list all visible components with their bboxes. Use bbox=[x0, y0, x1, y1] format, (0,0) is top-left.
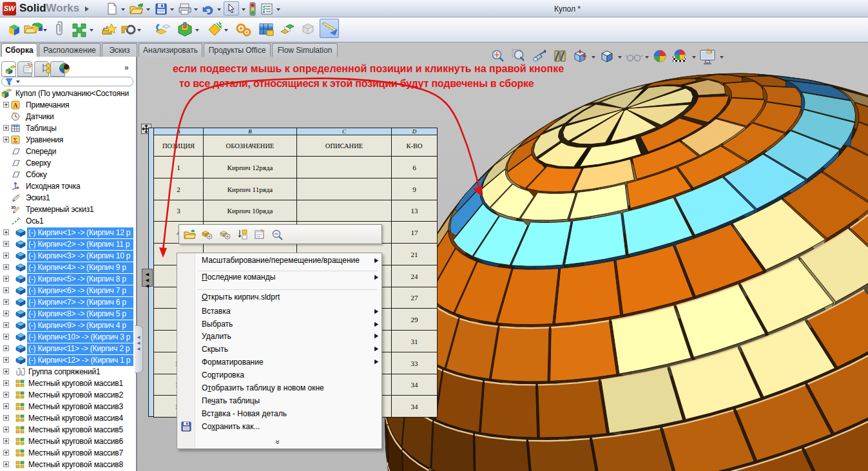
svg-text:Σ: Σ bbox=[14, 137, 18, 144]
svg-text:A: A bbox=[13, 102, 18, 109]
svg-text:3D: 3D bbox=[11, 206, 16, 209]
